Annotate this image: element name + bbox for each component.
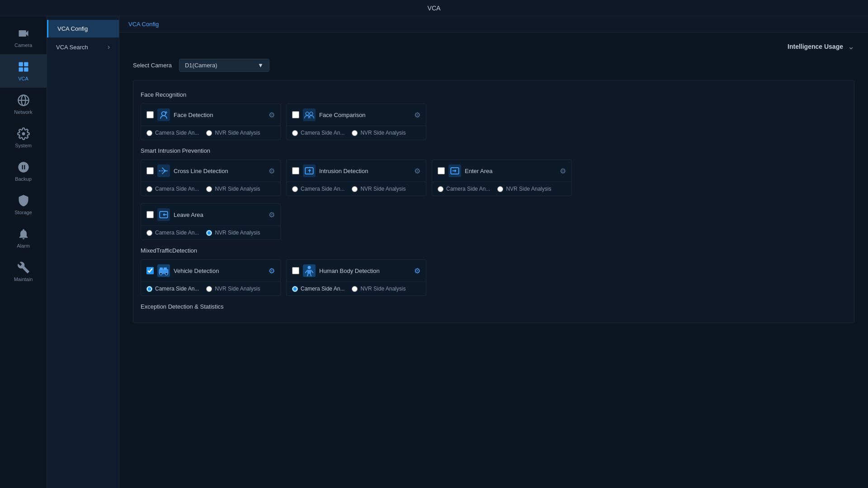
enter-area-nvr-radio[interactable] xyxy=(497,186,503,192)
intrusion-camera-radio[interactable] xyxy=(292,186,298,192)
vca-icon xyxy=(17,61,30,73)
face-comparison-camera-side[interactable]: Camera Side An... xyxy=(292,130,344,136)
vehicle-detection-footer: Camera Side An... NVR Side Analysis xyxy=(141,282,280,296)
face-detection-camera-side[interactable]: Camera Side An... xyxy=(146,130,199,136)
maintain-icon xyxy=(17,261,30,274)
svg-point-28 xyxy=(160,272,162,275)
enter-area-camera-side[interactable]: Camera Side An... xyxy=(438,186,490,192)
face-detection-nvr-label: NVR Side Analysis xyxy=(215,130,260,136)
sidebar-item-vca[interactable]: VCA xyxy=(0,54,47,88)
face-comparison-gear-icon[interactable]: ⚙ xyxy=(414,111,420,119)
intrusion-footer: Camera Side An... NVR Side Analysis xyxy=(287,182,426,196)
collapse-button[interactable]: ⌄ xyxy=(848,42,854,52)
intrusion-camera-label: Camera Side An... xyxy=(301,186,344,192)
enter-area-nvr-side[interactable]: NVR Side Analysis xyxy=(497,186,551,192)
nav-vca-config-label: VCA Config xyxy=(57,25,88,32)
leave-area-checkbox[interactable] xyxy=(146,211,154,218)
svg-rect-26 xyxy=(160,267,163,270)
sidebar-item-network[interactable]: Network xyxy=(0,88,47,121)
maintain-label: Maintain xyxy=(14,277,33,282)
vehicle-detection-camera-side[interactable]: Camera Side An... xyxy=(146,286,199,292)
leave-area-gear-icon[interactable]: ⚙ xyxy=(269,211,275,219)
face-comparison-nvr-radio[interactable] xyxy=(352,130,358,136)
face-comparison-checkbox[interactable] xyxy=(292,111,299,118)
face-comparison-camera-radio[interactable] xyxy=(292,130,298,136)
cross-line-camera-radio[interactable] xyxy=(146,186,152,192)
cross-line-title: Cross Line Detection xyxy=(174,168,265,174)
sidebar-item-system[interactable]: System xyxy=(0,121,47,155)
select-camera-label: Select Camera xyxy=(133,62,172,69)
nav-vca-search-label: VCA Search xyxy=(56,44,88,51)
nav-item-vca-config[interactable]: VCA Config xyxy=(47,20,119,38)
nav-item-vca-search[interactable]: VCA Search › xyxy=(47,38,119,56)
cross-line-icon xyxy=(157,164,170,177)
app-title: VCA xyxy=(428,5,441,12)
intrusion-nvr-radio[interactable] xyxy=(352,186,358,192)
vehicle-detection-camera-radio[interactable] xyxy=(146,286,152,292)
camera-icon xyxy=(17,27,30,40)
face-detection-camera-label: Camera Side An... xyxy=(155,130,199,136)
sidebar-item-storage[interactable]: Storage xyxy=(0,188,47,221)
breadcrumb: VCA Config xyxy=(119,16,868,33)
card-vehicle-detection-header: Vehicle Detection ⚙ xyxy=(141,260,280,282)
human-body-nvr-side[interactable]: NVR Side Analysis xyxy=(352,286,406,292)
card-leave-area-header: Leave Area ⚙ xyxy=(141,204,280,226)
backup-label: Backup xyxy=(15,176,32,182)
face-detection-icon xyxy=(157,108,170,121)
intrusion-nvr-side[interactable]: NVR Side Analysis xyxy=(352,186,406,192)
select-camera-row: Select Camera D1(Camera) ▼ xyxy=(133,59,854,72)
sidebar-item-camera[interactable]: Camera xyxy=(0,21,47,54)
leave-area-camera-radio[interactable] xyxy=(146,230,152,236)
card-enter-area-header: Enter Area ⚙ xyxy=(432,160,571,182)
card-face-comparison-header: Face Comparison ⚙ xyxy=(287,104,426,126)
network-label: Network xyxy=(14,109,32,115)
intrusion-gear-icon[interactable]: ⚙ xyxy=(414,167,420,175)
system-icon xyxy=(17,127,30,140)
face-detection-nvr-side[interactable]: NVR Side Analysis xyxy=(206,130,260,136)
card-face-detection-header: Face Detection ⚙ xyxy=(141,104,280,126)
cross-line-camera-label: Camera Side An... xyxy=(155,186,199,192)
vehicle-detection-gear-icon[interactable]: ⚙ xyxy=(269,267,275,275)
human-body-camera-side[interactable]: Camera Side An... xyxy=(292,286,344,292)
vehicle-detection-nvr-radio[interactable] xyxy=(206,286,212,292)
enter-area-checkbox[interactable] xyxy=(438,167,445,174)
face-detection-nvr-radio[interactable] xyxy=(206,130,212,136)
vehicle-detection-nvr-side[interactable]: NVR Side Analysis xyxy=(206,286,260,292)
storage-label: Storage xyxy=(14,210,32,215)
human-body-gear-icon[interactable]: ⚙ xyxy=(414,267,420,275)
enter-area-gear-icon[interactable]: ⚙ xyxy=(560,167,566,175)
vehicle-detection-checkbox[interactable] xyxy=(146,267,154,274)
sidebar-item-maintain[interactable]: Maintain xyxy=(0,255,47,288)
enter-area-camera-radio[interactable] xyxy=(438,186,443,192)
cross-line-gear-icon[interactable]: ⚙ xyxy=(269,167,275,175)
face-comparison-nvr-side[interactable]: NVR Side Analysis xyxy=(352,130,406,136)
mixed-traffic-cards: Vehicle Detection ⚙ Camera Side An... NV… xyxy=(141,259,847,296)
intrusion-icon xyxy=(303,164,316,177)
face-detection-gear-icon[interactable]: ⚙ xyxy=(269,111,275,119)
svg-rect-3 xyxy=(24,67,28,71)
cross-line-checkbox[interactable] xyxy=(146,167,154,174)
face-detection-camera-radio[interactable] xyxy=(146,130,152,136)
vca-grid-container: Face Recognition Face Detect xyxy=(133,80,854,323)
human-body-checkbox[interactable] xyxy=(292,267,299,274)
face-detection-checkbox[interactable] xyxy=(146,111,154,118)
leave-area-nvr-side[interactable]: NVR Side Analysis xyxy=(206,230,260,236)
camera-select-dropdown[interactable]: D1(Camera) ▼ xyxy=(179,59,269,72)
alarm-icon xyxy=(17,228,30,240)
dropdown-arrow-icon: ▼ xyxy=(258,62,264,69)
human-body-nvr-radio[interactable] xyxy=(352,286,358,292)
human-body-camera-radio[interactable] xyxy=(292,286,298,292)
sidebar-item-backup[interactable]: Backup xyxy=(0,155,47,188)
cross-line-camera-side[interactable]: Camera Side An... xyxy=(146,186,199,192)
leave-area-nvr-radio[interactable] xyxy=(206,230,212,236)
cross-line-nvr-side[interactable]: NVR Side Analysis xyxy=(206,186,260,192)
card-face-detection: Face Detection ⚙ Camera Side An... NVR S… xyxy=(141,103,281,140)
cross-line-footer: Camera Side An... NVR Side Analysis xyxy=(141,182,280,196)
intrusion-checkbox[interactable] xyxy=(292,167,299,174)
cross-line-nvr-radio[interactable] xyxy=(206,186,212,192)
sidebar-item-alarm[interactable]: Alarm xyxy=(0,221,47,255)
face-recognition-cards: Face Detection ⚙ Camera Side An... NVR S… xyxy=(141,103,847,140)
svg-point-29 xyxy=(165,272,168,275)
intrusion-camera-side[interactable]: Camera Side An... xyxy=(292,186,344,192)
leave-area-camera-side[interactable]: Camera Side An... xyxy=(146,230,199,236)
